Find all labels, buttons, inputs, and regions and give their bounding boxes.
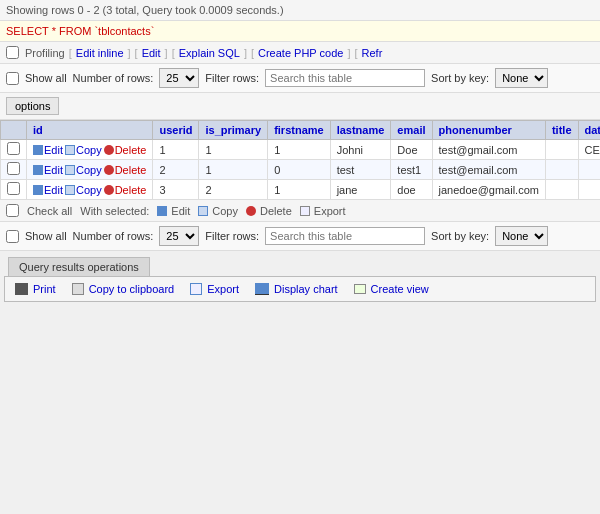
row-checkbox-1[interactable] bbox=[7, 162, 20, 175]
with-selected-label: With selected: bbox=[80, 205, 149, 217]
copy-icon-1 bbox=[65, 165, 75, 175]
edit-icon-2 bbox=[33, 185, 43, 195]
explain-sql-link[interactable]: Explain SQL bbox=[179, 47, 240, 59]
create-view-label: Create view bbox=[371, 283, 429, 295]
copy-icon-0 bbox=[65, 145, 75, 155]
row-checkbox-cell-2 bbox=[1, 180, 27, 200]
cell-id-2: 3 bbox=[153, 180, 199, 200]
options-button[interactable]: options bbox=[6, 97, 59, 115]
show-all-label-top: Show all bbox=[25, 72, 67, 84]
sort-id-link[interactable]: id bbox=[33, 124, 43, 136]
copy-row-1[interactable]: Copy bbox=[65, 164, 102, 176]
delete-row-1[interactable]: Delete bbox=[104, 164, 147, 176]
refresh-link[interactable]: Refr bbox=[362, 47, 383, 59]
edit-row-2[interactable]: Edit bbox=[33, 184, 63, 196]
print-link[interactable]: Print bbox=[15, 283, 56, 295]
delete-icon-1 bbox=[104, 165, 114, 175]
export-link[interactable]: Export bbox=[190, 283, 239, 295]
sort-isprimary-link[interactable]: is_primary bbox=[205, 124, 261, 136]
cell-email-2: janedoe@gmail.com bbox=[432, 180, 545, 200]
top-bar: Showing rows 0 - 2 (3 total, Query took … bbox=[0, 0, 600, 21]
delete-icon-2 bbox=[104, 185, 114, 195]
num-rows-label-bottom: Number of rows: bbox=[73, 230, 154, 242]
bulk-edit-link[interactable]: Edit bbox=[157, 205, 190, 217]
show-all-checkbox-bottom[interactable] bbox=[6, 230, 19, 243]
display-chart-label: Display chart bbox=[274, 283, 338, 295]
check-all-link[interactable]: Check all bbox=[27, 205, 72, 217]
row-checkbox-2[interactable] bbox=[7, 182, 20, 195]
edit-row-0[interactable]: Edit bbox=[33, 144, 63, 156]
sql-select: SELECT bbox=[6, 25, 49, 37]
filter-bar-bottom: Show all Number of rows: 25 50 100 Filte… bbox=[0, 222, 600, 251]
pencil-icon-bulk bbox=[157, 206, 167, 216]
th-id: id bbox=[27, 121, 153, 140]
clipboard-icon bbox=[72, 283, 84, 295]
th-is-primary: is_primary bbox=[199, 121, 268, 140]
print-label: Print bbox=[33, 283, 56, 295]
delete-row-0[interactable]: Delete bbox=[104, 144, 147, 156]
bulk-edit-label: Edit bbox=[171, 205, 190, 217]
bulk-export-link[interactable]: Export bbox=[300, 205, 346, 217]
filter-rows-label-bottom: Filter rows: bbox=[205, 230, 259, 242]
cell-title-1 bbox=[578, 160, 600, 180]
edit-icon-1 bbox=[33, 165, 43, 175]
chart-icon bbox=[255, 283, 269, 295]
sort-phonenumber-link[interactable]: phonenumber bbox=[439, 124, 512, 136]
row-actions-cell-2: Edit Copy Delete bbox=[27, 180, 153, 200]
show-all-checkbox-top[interactable] bbox=[6, 72, 19, 85]
display-chart-link[interactable]: Display chart bbox=[255, 283, 338, 295]
show-all-label-bottom: Show all bbox=[25, 230, 67, 242]
bulk-copy-label: Copy bbox=[212, 205, 238, 217]
th-datecreated: datecreated bbox=[578, 121, 600, 140]
query-ops-section: Query results operations Print Copy to c… bbox=[0, 251, 600, 302]
cell-email-0: test@gmail.com bbox=[432, 140, 545, 160]
edit-link[interactable]: Edit bbox=[142, 47, 161, 59]
bulk-actions-bar: Check all With selected: Edit Copy Delet… bbox=[0, 200, 600, 222]
copy-clipboard-link[interactable]: Copy to clipboard bbox=[72, 283, 175, 295]
cell-phone-2 bbox=[545, 180, 578, 200]
cell-lastname-0: Doe bbox=[391, 140, 432, 160]
copy-row-0[interactable]: Copy bbox=[65, 144, 102, 156]
create-php-link[interactable]: Create PHP code bbox=[258, 47, 343, 59]
filter-bar-top: Show all Number of rows: 25 50 100 Filte… bbox=[0, 64, 600, 93]
num-rows-select-bottom[interactable]: 25 50 100 bbox=[159, 226, 199, 246]
cell-userid-0: 1 bbox=[199, 140, 268, 160]
cell-email-1: test@email.com bbox=[432, 160, 545, 180]
sort-email-link[interactable]: email bbox=[397, 124, 425, 136]
sort-by-select-bottom[interactable]: None bbox=[495, 226, 548, 246]
options-bar: options bbox=[0, 93, 600, 120]
filter-rows-input-bottom[interactable] bbox=[265, 227, 425, 245]
sort-title-link[interactable]: title bbox=[552, 124, 572, 136]
sort-by-select-top[interactable]: None bbox=[495, 68, 548, 88]
row-checkbox-cell-0 bbox=[1, 140, 27, 160]
num-rows-label-top: Number of rows: bbox=[73, 72, 154, 84]
row-checkbox-0[interactable] bbox=[7, 142, 20, 155]
cell-lastname-2: doe bbox=[391, 180, 432, 200]
bulk-delete-label: Delete bbox=[260, 205, 292, 217]
sort-firstname-link[interactable]: firstname bbox=[274, 124, 324, 136]
edit-row-1[interactable]: Edit bbox=[33, 164, 63, 176]
table-row: Edit Copy Delete 2 1 0 test test1 test@e… bbox=[1, 160, 601, 180]
query-ops-tab[interactable]: Query results operations bbox=[8, 257, 150, 276]
sort-datecreated-link[interactable]: datecreated bbox=[585, 124, 600, 136]
create-view-link[interactable]: Create view bbox=[354, 283, 429, 295]
check-all-checkbox[interactable] bbox=[6, 204, 19, 217]
copy-row-2[interactable]: Copy bbox=[65, 184, 102, 196]
filter-rows-input-top[interactable] bbox=[265, 69, 425, 87]
profiling-checkbox[interactable] bbox=[6, 46, 19, 59]
cell-isprimary-0: 1 bbox=[268, 140, 331, 160]
view-icon bbox=[354, 284, 366, 294]
num-rows-select-top[interactable]: 25 50 100 bbox=[159, 68, 199, 88]
edit-inline-link[interactable]: Edit inline bbox=[76, 47, 124, 59]
th-phonenumber: phonenumber bbox=[432, 121, 545, 140]
query-ops-tab-label: Query results operations bbox=[19, 261, 139, 273]
sort-lastname-link[interactable]: lastname bbox=[337, 124, 385, 136]
bulk-delete-link[interactable]: Delete bbox=[246, 205, 292, 217]
table-row: Edit Copy Delete 1 1 1 Johni Doe test@gm… bbox=[1, 140, 601, 160]
bulk-copy-link[interactable]: Copy bbox=[198, 205, 238, 217]
cell-title-0: CEO bbox=[578, 140, 600, 160]
sort-userid-link[interactable]: userid bbox=[159, 124, 192, 136]
sort-by-label-top: Sort by key: bbox=[431, 72, 489, 84]
th-lastname: lastname bbox=[330, 121, 391, 140]
delete-row-2[interactable]: Delete bbox=[104, 184, 147, 196]
